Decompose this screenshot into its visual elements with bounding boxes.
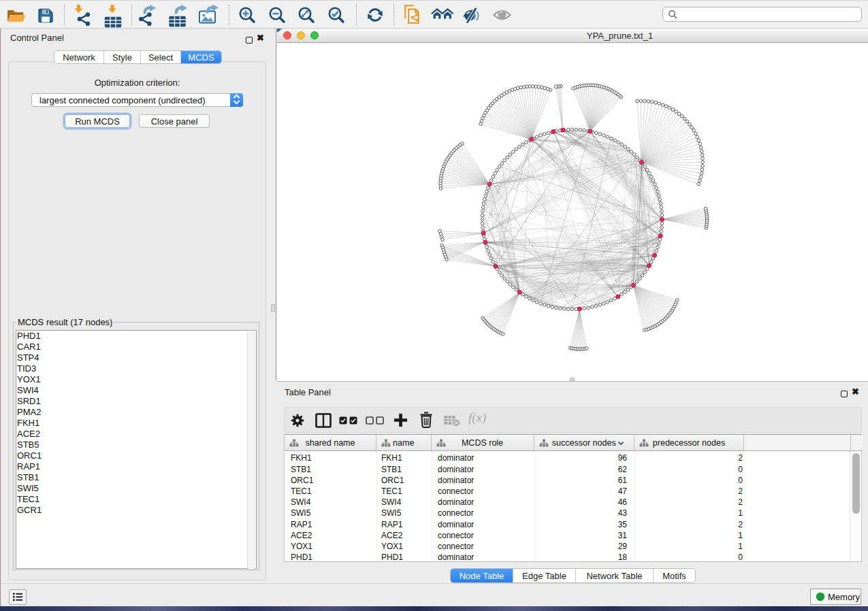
- svg-text:Memory: Memory: [828, 592, 860, 602]
